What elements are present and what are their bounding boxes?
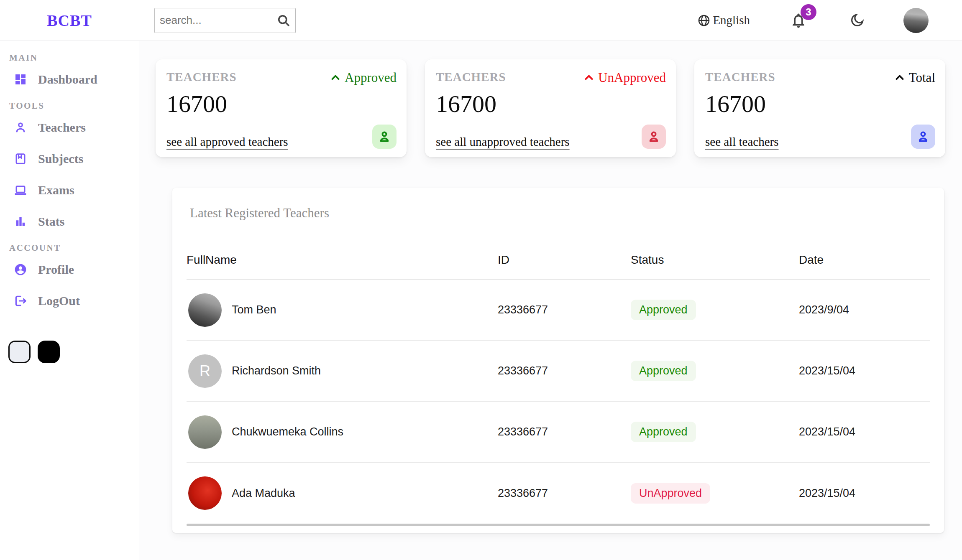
sidebar-item-logout[interactable]: LogOut [14,291,139,311]
teacher-id: 23336677 [498,425,631,438]
dark-mode-toggle[interactable] [849,13,865,28]
search-icon[interactable] [276,13,291,28]
table-row: Ada Maduka 23336677 UnApproved 2023/15/0… [187,463,930,524]
top-bar: English 3 [139,0,962,41]
card-title: TEACHERS [705,70,775,84]
avatar [188,476,222,510]
card-trend-label: Approved [345,70,397,85]
sidebar-item-dashboard[interactable]: Dashboard [14,69,139,89]
avatar-initial: R [200,362,210,380]
search-input[interactable] [160,14,276,27]
sidebar-item-label: Stats [38,214,64,229]
column-header-status: Status [631,253,799,267]
nav-section-tools: TOOLS [9,101,139,111]
panel-title: Latest Registered Teachers [190,206,930,221]
globe-icon [697,14,711,27]
sidebar-item-profile[interactable]: Profile [14,260,139,280]
card-value: 16700 [705,92,935,116]
see-all-teachers-link[interactable]: see all teachers [705,135,779,149]
content-area: TEACHERS Approved 16700 see all approved… [139,41,962,533]
avatar [188,293,222,327]
person-outline-icon [646,129,661,144]
sidebar-item-label: LogOut [38,294,80,308]
logo-box: BCBT [0,0,139,41]
brand-logo: BCBT [47,11,92,30]
sidebar-item-label: Teachers [38,120,86,135]
book-icon [14,152,27,165]
card-trend-label: Total [909,70,935,85]
main-column: English 3 [139,0,962,560]
teacher-name: Ada Maduka [232,487,295,500]
sidebar-item-subjects[interactable]: Subjects [14,149,139,169]
table-row: Tom Ben 23336677 Approved 2023/9/04 [187,280,930,341]
see-all-approved-link[interactable]: see all approved teachers [166,135,288,149]
teacher-id: 23336677 [498,303,631,316]
card-value: 16700 [166,92,397,116]
sidebar-item-label: Subjects [38,152,83,166]
chevron-up-icon [893,71,906,84]
unapproved-teachers-tile-button[interactable] [642,125,666,149]
status-badge: Approved [631,300,696,320]
column-header-date: Date [799,253,930,267]
card-trend: Total [893,70,935,85]
registration-date: 2023/15/04 [799,425,930,438]
sidebar-nav: MAIN Dashboard TOOLS Teachers Subjects [0,41,139,322]
theme-light-button[interactable] [8,341,31,363]
stat-card-total: TEACHERS Total 16700 see all teachers [694,59,945,157]
sidebar-item-teachers[interactable]: Teachers [14,117,139,137]
horizontal-scrollbar[interactable] [187,524,930,526]
approved-teachers-tile-button[interactable] [372,125,397,149]
avatar: R [188,354,222,388]
status-badge: Approved [631,361,696,381]
teachers-table: FullName ID Status Date Tom Ben 23336677… [187,240,930,524]
notifications-button[interactable]: 3 [790,12,807,29]
card-trend: UnApproved [583,70,666,85]
teacher-id: 23336677 [498,364,631,377]
notification-count-badge: 3 [801,4,816,20]
all-teachers-tile-button[interactable] [911,125,935,149]
sidebar-item-label: Profile [38,262,74,277]
sidebar-item-stats[interactable]: Stats [14,211,139,232]
status-badge: UnApproved [631,483,710,504]
topbar-actions: English 3 [697,8,929,33]
sidebar-item-label: Exams [38,183,74,197]
stat-card-approved: TEACHERS Approved 16700 see all approved… [156,59,407,157]
chevron-up-icon [329,71,342,84]
nav-section-main: MAIN [9,53,139,63]
account-circle-icon [14,263,27,276]
laptop-icon [14,183,27,197]
logout-icon [14,294,27,308]
teacher-name: Richardson Smith [232,364,321,377]
card-trend: Approved [329,70,397,85]
teacher-name: Tom Ben [232,303,276,316]
person-outline-icon [916,129,931,144]
column-header-id: ID [498,253,631,267]
person-outline-icon [14,121,27,134]
registration-date: 2023/9/04 [799,303,930,316]
search-box [154,8,296,33]
stat-card-unapproved: TEACHERS UnApproved 16700 see all unappr… [425,59,676,157]
theme-dark-button[interactable] [38,341,60,363]
table-row: R Richardson Smith 23336677 Approved 202… [187,341,930,402]
language-selector[interactable]: English [697,13,750,27]
avatar [188,415,222,449]
teacher-name: Chukwuemeka Collins [232,425,343,438]
user-avatar[interactable] [903,8,929,33]
bar-chart-icon [14,215,27,228]
moon-icon [849,13,865,28]
app-root: BCBT MAIN Dashboard TOOLS Teachers [0,0,962,560]
latest-teachers-panel: Latest Registered Teachers FullName ID S… [172,188,944,533]
status-badge: Approved [631,422,696,442]
see-all-unapproved-link[interactable]: see all unapproved teachers [436,135,570,149]
nav-section-account: ACCOUNT [9,243,139,253]
stat-cards-row: TEACHERS Approved 16700 see all approved… [156,59,962,157]
registration-date: 2023/15/04 [799,364,930,377]
theme-switcher [8,341,139,363]
card-trend-label: UnApproved [598,70,666,85]
sidebar-item-exams[interactable]: Exams [14,180,139,200]
card-title: TEACHERS [436,70,506,84]
person-outline-icon [377,129,392,144]
table-row: Chukwuemeka Collins 23336677 Approved 20… [187,402,930,463]
table-header-row: FullName ID Status Date [187,240,930,280]
column-header-fullname: FullName [187,253,498,267]
